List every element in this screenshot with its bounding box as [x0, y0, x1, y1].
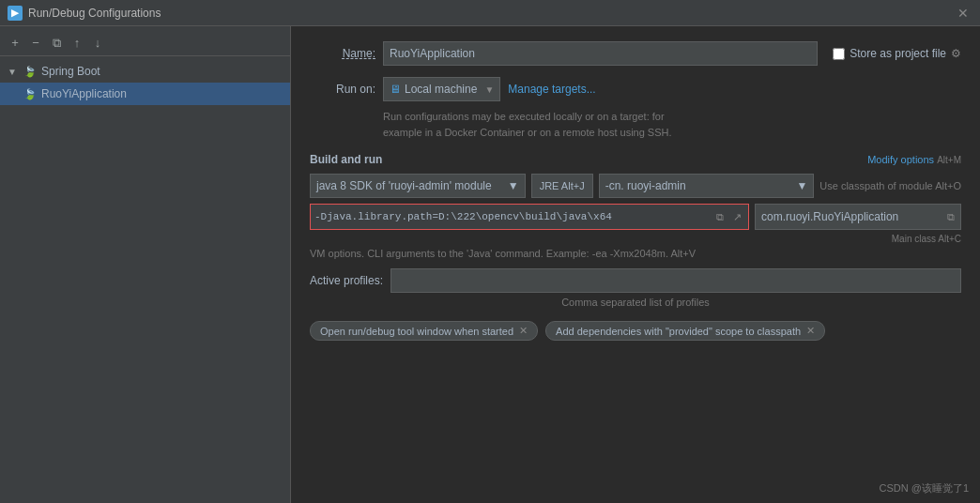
run-on-label: Run on:	[310, 83, 375, 96]
modify-options-link[interactable]: Modify options Alt+M	[867, 154, 961, 165]
tree-spring-boot[interactable]: ▼ 🍃 Spring Boot	[0, 60, 290, 83]
use-classpath-hint: Use classpath of module Alt+O	[819, 180, 961, 191]
main-class-input[interactable]: com.ruoyi.RuoYiApplication ⧉	[755, 204, 961, 230]
spring-boot-label: Spring Boot	[41, 65, 100, 78]
jre-button[interactable]: JRE Alt+J	[531, 174, 593, 198]
main-class-expand-icon: ⧉	[947, 211, 955, 223]
active-profiles-input[interactable]	[390, 268, 961, 293]
copy-config-button[interactable]: ⧉	[47, 34, 66, 53]
store-label: Store as project file	[850, 47, 946, 60]
config-content: Name: Store as project file ⚙ Run on: 🖥 …	[291, 26, 980, 503]
store-checkbox[interactable]	[833, 48, 845, 60]
manage-targets-link[interactable]: Manage targets...	[508, 83, 595, 96]
vm-options-text: -Djava.library.path=D:\222\opencv\build\…	[314, 211, 709, 222]
toolbar: + − ⧉ ↑ ↓	[0, 30, 290, 56]
tag-add-deps[interactable]: Add dependencies with "provided" scope t…	[545, 321, 825, 341]
move-down-button[interactable]: ↓	[88, 34, 107, 53]
spring-boot-icon: 🍃	[23, 64, 38, 79]
tag2-close-icon[interactable]: ✕	[806, 325, 815, 337]
app-run-icon: 🍃	[23, 86, 38, 101]
remove-config-button[interactable]: −	[26, 34, 45, 53]
watermark: CSDN @该睡觉了1	[879, 481, 969, 495]
title-bar: ▶ Run/Debug Configurations ✕	[0, 0, 980, 26]
local-machine-text: Local machine	[405, 83, 477, 96]
tag-open-window[interactable]: Open run/debug tool window when started …	[310, 321, 538, 341]
gear-icon[interactable]: ⚙	[951, 47, 961, 60]
vm-hint: VM options. CLI arguments to the 'Java' …	[310, 248, 961, 259]
active-profiles-row: Active profiles:	[310, 268, 961, 293]
build-run-header: Build and run Modify options Alt+M	[310, 153, 961, 166]
classpath-select[interactable]: -cn. ruoyi-admin ▼	[599, 174, 815, 198]
tree-arrow-icon: ▼	[8, 67, 23, 77]
main-class-hint: Main class Alt+C	[892, 234, 961, 244]
title-bar-text: Run/Debug Configurations	[28, 7, 954, 20]
vm-options-box[interactable]: -Djava.library.path=D:\222\opencv\build\…	[310, 204, 749, 230]
sdk-select[interactable]: java 8 SDK of 'ruoyi-admin' module ▼	[310, 174, 526, 198]
run-on-row: Run on: 🖥 Local machine ▼ Manage targets…	[310, 77, 961, 101]
name-row: Name: Store as project file ⚙	[310, 41, 961, 66]
app-label: RuoYiApplication	[41, 87, 127, 100]
vm-copy-icon[interactable]: ⧉	[712, 209, 727, 224]
name-label: Name:	[310, 47, 375, 60]
profiles-hint: Comma separated list of profiles	[310, 297, 961, 308]
vm-main-row: -Djava.library.path=D:\222\opencv\build\…	[310, 204, 961, 230]
local-machine-icon: 🖥	[390, 83, 401, 96]
close-button[interactable]: ✕	[954, 6, 972, 21]
sidebar: + − ⧉ ↑ ↓ ▼ 🍃 Spring Boot 🍃 RuoYiApplica…	[0, 26, 291, 503]
move-up-button[interactable]: ↑	[68, 34, 86, 53]
dropdown-classpath-icon: ▼	[796, 179, 807, 192]
vm-options-icons: ⧉ ↗	[712, 209, 744, 224]
name-input[interactable]	[383, 41, 818, 66]
build-run-title: Build and run	[310, 153, 382, 166]
app-icon: ▶	[8, 6, 23, 21]
local-machine-select[interactable]: 🖥 Local machine ▼	[383, 77, 500, 101]
dropdown-arrow-icon: ▼	[484, 84, 494, 95]
tag1-close-icon[interactable]: ✕	[519, 325, 528, 337]
main-container: + − ⧉ ↑ ↓ ▼ 🍃 Spring Boot 🍃 RuoYiApplica…	[0, 26, 980, 503]
active-profiles-label: Active profiles:	[310, 274, 383, 287]
config-tree: ▼ 🍃 Spring Boot 🍃 RuoYiApplication	[0, 56, 290, 109]
hint-text: Run configurations may be executed local…	[383, 109, 961, 140]
vm-expand-icon[interactable]: ↗	[729, 209, 744, 224]
tree-ruoyi-app[interactable]: 🍃 RuoYiApplication	[0, 83, 290, 105]
add-config-button[interactable]: +	[6, 34, 24, 53]
store-checkbox-area: Store as project file ⚙	[833, 47, 961, 60]
tags-row: Open run/debug tool window when started …	[310, 321, 961, 341]
dropdown-sdk-icon: ▼	[508, 179, 519, 192]
